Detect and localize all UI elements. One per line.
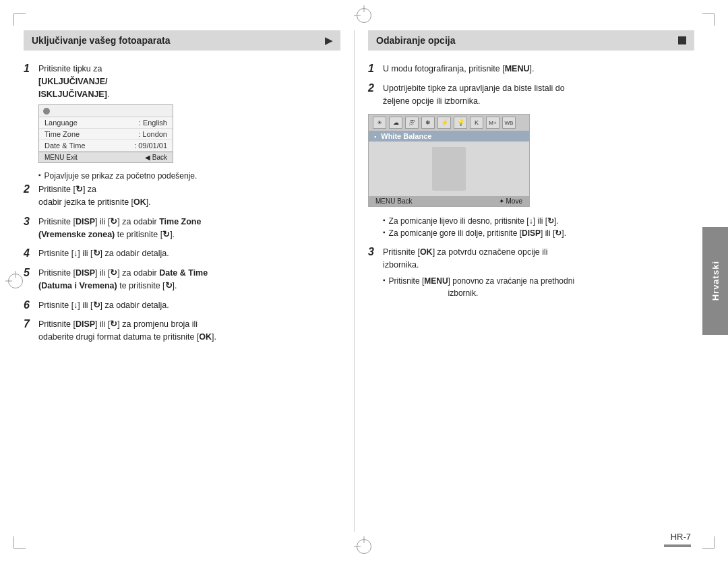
step-7-num: 7 bbox=[24, 318, 38, 330]
step-7: 7 Pritisnite [DISP] ili [↻] za promjenu … bbox=[24, 318, 340, 344]
step-2: 2 Pritisnite [↻] za odabir jezika te pri… bbox=[24, 183, 340, 209]
wb-menu-body bbox=[369, 142, 529, 196]
wb-footer-back: MENU Back bbox=[375, 197, 412, 205]
left-column: Uključivanje vašeg fotoaparata ▶ 1 Priti… bbox=[24, 30, 354, 532]
menu-footer: MENU Exit ◀ Back bbox=[39, 152, 173, 162]
wb-icon-cloud: ☁ bbox=[389, 117, 402, 129]
wb-icon-m: M+ bbox=[486, 117, 499, 129]
corner-mark-tl bbox=[13, 13, 26, 26]
step-6: 6 Prtisnite [↓] ili [↻] za odabir detalj… bbox=[24, 299, 340, 312]
step-4-content: Prtisnite [↓] ili [↻] za odabir detalja. bbox=[38, 247, 340, 260]
corner-mark-bl bbox=[13, 536, 26, 549]
crosshair-top bbox=[357, 8, 371, 23]
wb-icon-flash: ⚡ bbox=[437, 117, 451, 129]
menu-footer-back: ◀ Back bbox=[145, 154, 167, 161]
menu-datetime-value: : 09/01/01 bbox=[134, 142, 167, 150]
menu-language-value: : English bbox=[139, 119, 167, 127]
wb-menu-screenshot: ☀ ☁ ⛈ ❅ ⚡ 💡 K M+ WB ▪ White Balance MENU… bbox=[368, 114, 530, 207]
arrow-icon: ▶ bbox=[325, 35, 332, 46]
corner-mark-br bbox=[702, 536, 715, 549]
step-2-content: Pritisnite [↻] za odabir jezika te priti… bbox=[38, 183, 340, 209]
right-step-3-sub: Pritisnite [MENU] ponovno za vraćanje na… bbox=[383, 275, 694, 299]
menu-timezone-value: : London bbox=[138, 130, 167, 138]
menu-language-label: Language bbox=[44, 119, 78, 127]
wb-figure bbox=[432, 147, 466, 191]
page-number: HR-7 bbox=[671, 532, 691, 542]
menu-footer-exit: MENU Exit bbox=[44, 154, 78, 161]
step-3-content: Pritisnite [DISP] ili [↻] za odabir Time… bbox=[38, 216, 340, 241]
step-3-num: 3 bbox=[24, 216, 38, 228]
menu-dot-icon bbox=[43, 108, 50, 115]
right-step-3: 3 Pritisnite [OK] za potvrdu označene op… bbox=[368, 246, 694, 302]
left-header-title: Uključivanje vašeg fotoaparata bbox=[32, 35, 170, 46]
step-2-num: 2 bbox=[24, 183, 38, 195]
note-2: Za pomicanje gore ili dolje, pritisnite … bbox=[383, 228, 694, 238]
step-6-num: 6 bbox=[24, 299, 38, 311]
step-1-bold: [UKLJUČIVANJE/ISKLJUČIVANJE] bbox=[38, 77, 108, 99]
step-1-sub: Pojavljuje se prikaz za početno podešenj… bbox=[38, 171, 340, 181]
page-number-bar bbox=[664, 544, 691, 547]
step-6-content: Prtisnite [↓] ili [↻] za odabir detalja. bbox=[38, 299, 340, 312]
right-column: Odabiranje opcija 1 U modu fotografiranj… bbox=[354, 30, 694, 532]
menu-row-language: Language : English bbox=[39, 117, 173, 129]
step-1: 1 Pritisnite tipku za [UKLJUČIVANJE/ISKL… bbox=[24, 63, 340, 100]
wb-selected-label: ▪ White Balance bbox=[369, 131, 529, 142]
menu-row-datetime: Date & Time : 09/01/01 bbox=[39, 140, 173, 152]
right-step-1-content: U modu fotografiranja, pritisnite [MENU]… bbox=[383, 63, 694, 75]
step-4-num: 4 bbox=[24, 247, 38, 259]
right-step-1-num: 1 bbox=[368, 63, 383, 75]
step-4: 4 Prtisnite [↓] ili [↻] za odabir detalj… bbox=[24, 247, 340, 260]
menu-row-timezone: Time Zone : London bbox=[39, 129, 173, 140]
right-step-3-content: Pritisnite [OK] za potvrdu označene opci… bbox=[383, 246, 694, 302]
note-1: Za pomicanje lijevo ili desno, pritisnit… bbox=[383, 216, 694, 226]
sidebar-label: Hrvatski bbox=[710, 261, 721, 301]
left-section-header: Uključivanje vašeg fotoaparata ▶ bbox=[24, 30, 340, 51]
wb-icon-snow: ❅ bbox=[421, 117, 435, 129]
square-icon bbox=[678, 36, 686, 44]
language-sidebar: Hrvatski bbox=[702, 227, 728, 335]
right-step-1: 1 U modu fotografiranja, pritisnite [MEN… bbox=[368, 63, 694, 75]
corner-mark-tr bbox=[702, 13, 715, 26]
wb-footer-move: ✦ Move bbox=[499, 197, 522, 205]
notes: Za pomicanje lijevo ili desno, pritisnit… bbox=[368, 216, 694, 238]
wb-icon-k: K bbox=[470, 117, 483, 129]
main-container: Uključivanje vašeg fotoaparata ▶ 1 Priti… bbox=[24, 30, 694, 532]
wb-icon-lamp: 💡 bbox=[454, 117, 467, 129]
step-1-content: Pritisnite tipku za [UKLJUČIVANJE/ISKLJU… bbox=[38, 63, 340, 100]
step-1-num: 1 bbox=[24, 63, 38, 75]
wb-icon-rain: ⛈ bbox=[405, 117, 419, 129]
camera-menu-screenshot: Language : English Time Zone : London Da… bbox=[38, 104, 173, 163]
menu-datetime-label: Date & Time bbox=[44, 142, 86, 150]
wb-icon-sun: ☀ bbox=[373, 117, 386, 129]
step-3: 3 Pritisnite [DISP] ili [↻] za odabir Ti… bbox=[24, 216, 340, 241]
crosshair-bottom bbox=[357, 539, 371, 554]
wb-toolbar: ☀ ☁ ⛈ ❅ ⚡ 💡 K M+ WB bbox=[369, 115, 529, 131]
right-step-2: 2 Upotrijebite tipke za upravljanje da b… bbox=[368, 82, 694, 108]
step-5-content: Pritisnite [DISP] ili [↻] za odabir Date… bbox=[38, 267, 340, 292]
step-5-num: 5 bbox=[24, 267, 38, 279]
right-step-2-content: Upotrijebite tipke za upravljanje da bis… bbox=[383, 82, 694, 108]
step-5: 5 Pritisnite [DISP] ili [↻] za odabir Da… bbox=[24, 267, 340, 292]
right-header-title: Odabiranje opcija bbox=[376, 35, 455, 46]
crosshair-left bbox=[8, 274, 23, 288]
wb-footer: MENU Back ✦ Move bbox=[369, 196, 529, 206]
step-7-content: Pritisnite [DISP] ili [↻] za promjenu br… bbox=[38, 318, 340, 344]
wb-icon-wb: WB bbox=[502, 117, 516, 129]
menu-timezone-label: Time Zone bbox=[44, 130, 80, 138]
right-step-2-num: 2 bbox=[368, 82, 383, 94]
right-section-header: Odabiranje opcija bbox=[368, 30, 694, 51]
menu-camera-label bbox=[54, 107, 56, 115]
right-step-3-num: 3 bbox=[368, 246, 383, 258]
